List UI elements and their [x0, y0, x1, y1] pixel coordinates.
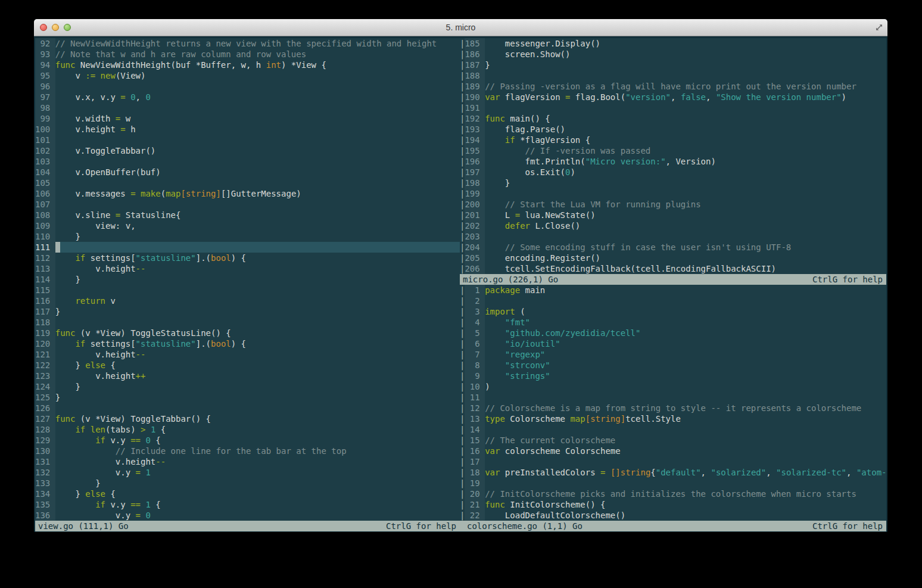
code-line[interactable]: 104 v.OpenBuffer(buf) [35, 167, 460, 178]
code-line[interactable]: | 19 [460, 478, 886, 489]
code-line[interactable]: |204 // Some encoding stuff in case the … [460, 242, 886, 253]
code-line[interactable]: |199 [460, 188, 886, 199]
code-line[interactable]: 122 } else { [35, 360, 460, 371]
line-number: 104 [35, 167, 55, 178]
code-line[interactable]: |200 // Start the Lua VM for running plu… [460, 199, 886, 210]
code-line[interactable]: |191 [460, 102, 886, 113]
code-line[interactable]: 112 if settings["statusline"].(bool) { [35, 253, 460, 263]
code-line[interactable]: 118 [35, 317, 460, 328]
code-line[interactable]: | 20 // InitColorscheme picks and initia… [460, 489, 886, 499]
code-line[interactable]: |203 [460, 231, 886, 242]
code-line[interactable]: | 12 // Colorscheme is a map from string… [460, 403, 886, 413]
code-line[interactable]: 115 [35, 285, 460, 295]
code-line[interactable]: 130 // Include one line for the tab bar … [35, 446, 460, 456]
code-line[interactable]: | 9 "strings" [460, 371, 886, 381]
code-line[interactable]: 106 v.messages = make(map[string][]Gutte… [35, 188, 460, 199]
code-line[interactable]: |201 L = lua.NewState() [460, 210, 886, 220]
code-line[interactable]: 96 [35, 81, 460, 92]
code-line[interactable]: | 17 [460, 456, 886, 467]
code-line[interactable]: |205 encoding.Register() [460, 253, 886, 263]
fullscreen-icon[interactable] [875, 23, 883, 32]
code-line[interactable]: 94 func NewViewWidthHeight(buf *Buffer, … [35, 60, 460, 70]
code-line[interactable]: |190 var flagVersion = flag.Bool("versio… [460, 92, 886, 102]
code-line[interactable]: | 22 LoadDefaultColorscheme() [460, 510, 886, 521]
code-line[interactable]: 103 [35, 156, 460, 167]
code-line[interactable]: | 14 [460, 424, 886, 435]
code-line[interactable]: | 11 [460, 392, 886, 403]
code-line[interactable]: 124 } [35, 381, 460, 392]
code-line[interactable]: 136 v.y = 0 [35, 510, 460, 521]
colorscheme-go-code[interactable]: | 1 package main| 2 | 3 import (| 4 "fmt… [460, 285, 886, 521]
code-line[interactable]: |193 flag.Parse() [460, 124, 886, 135]
split-divider: | [460, 338, 465, 349]
code-line[interactable]: 95 v := new(View) [35, 70, 460, 81]
code-line[interactable]: 117 } [35, 306, 460, 317]
code-line[interactable]: 107 [35, 199, 460, 210]
code-line[interactable]: 110 } [35, 231, 460, 242]
code-line[interactable]: | 8 "strconv" [460, 360, 886, 371]
code-text: if settings["statusline"].(bool) { [55, 253, 246, 263]
code-line[interactable]: | 7 "regexp" [460, 349, 886, 360]
code-line[interactable]: 129 if v.y == 0 { [35, 435, 460, 446]
code-line[interactable]: 128 if len(tabs) > 1 { [35, 424, 460, 435]
code-line[interactable]: 121 v.height-- [35, 349, 460, 360]
code-line[interactable]: 114 } [35, 274, 460, 285]
micro-go-code[interactable]: |185 messenger.Display()|186 screen.Show… [460, 38, 886, 274]
code-line[interactable]: | 1 package main [460, 285, 886, 295]
code-line[interactable]: | 21 func InitColorscheme() { [460, 499, 886, 510]
code-line[interactable]: 133 } [35, 478, 460, 489]
code-line[interactable]: 119 func (v *View) ToggleStatusLine() { [35, 328, 460, 338]
code-line[interactable]: | 6 "io/ioutil" [460, 338, 886, 349]
view-go-code[interactable]: 92 // NewViewWidthHeight returns a new v… [35, 38, 460, 521]
code-line[interactable]: 132 v.y = 1 [35, 467, 460, 478]
code-line[interactable]: 100 v.height = h [35, 124, 460, 135]
code-line[interactable]: 105 [35, 178, 460, 188]
code-line[interactable]: 111 [35, 242, 460, 253]
code-line[interactable]: 113 v.height-- [35, 263, 460, 274]
code-line[interactable]: 97 v.x, v.y = 0, 0 [35, 92, 460, 102]
code-line[interactable]: 116 return v [35, 295, 460, 306]
code-line[interactable]: 109 view: v, [35, 220, 460, 231]
code-line[interactable]: 98 [35, 102, 460, 113]
code-line[interactable]: 123 v.height++ [35, 371, 460, 381]
code-line[interactable]: 93 // Note that w and h are raw column a… [35, 49, 460, 60]
code-line[interactable]: |197 os.Exit(0) [460, 167, 886, 178]
code-line[interactable]: | 15 // The current colorscheme [460, 435, 886, 446]
code-line[interactable]: | 3 import ( [460, 306, 886, 317]
code-line[interactable]: 120 if settings["statusline"].(bool) { [35, 338, 460, 349]
code-line[interactable]: |186 screen.Show() [460, 49, 886, 60]
code-line[interactable]: |206 tcell.SetEncodingFallback(tcell.Enc… [460, 263, 886, 274]
code-line[interactable]: |188 [460, 70, 886, 81]
code-line[interactable]: 126 [35, 403, 460, 413]
code-line[interactable]: 135 if v.y == 1 { [35, 499, 460, 510]
code-line[interactable]: |202 defer L.Close() [460, 220, 886, 231]
code-line[interactable]: 131 v.height-- [35, 456, 460, 467]
code-line[interactable]: |185 messenger.Display() [460, 38, 886, 49]
code-line[interactable]: |187 } [460, 60, 886, 70]
pane-view-go[interactable]: 92 // NewViewWidthHeight returns a new v… [35, 38, 460, 531]
code-line[interactable]: | 5 "github.com/zyedidia/tcell" [460, 328, 886, 338]
code-line[interactable]: 134 } else { [35, 489, 460, 499]
code-line[interactable]: |198 } [460, 178, 886, 188]
code-line[interactable]: 99 v.width = w [35, 113, 460, 124]
code-line[interactable]: 102 v.ToggleTabbar() [35, 145, 460, 156]
code-line[interactable]: | 2 [460, 295, 886, 306]
code-line[interactable]: |192 func main() { [460, 113, 886, 124]
split-divider: | [460, 70, 465, 81]
code-text: func (v *View) ToggleTabbar() { [55, 413, 211, 424]
code-line[interactable]: |189 // Passing -version as a flag will … [460, 81, 886, 92]
code-line[interactable]: | 16 var colorscheme Colorscheme [460, 446, 886, 456]
code-line[interactable]: |194 if *flagVersion { [460, 135, 886, 145]
titlebar[interactable]: 5. micro [34, 19, 887, 36]
code-line[interactable]: 125 } [35, 392, 460, 403]
code-line[interactable]: 127 func (v *View) ToggleTabbar() { [35, 413, 460, 424]
code-line[interactable]: | 18 var preInstalledColors = []string{"… [460, 467, 886, 478]
code-line[interactable]: 92 // NewViewWidthHeight returns a new v… [35, 38, 460, 49]
code-line[interactable]: | 4 "fmt" [460, 317, 886, 328]
code-line[interactable]: |195 // If -version was passed [460, 145, 886, 156]
code-line[interactable]: 101 [35, 135, 460, 145]
code-line[interactable]: |196 fmt.Println("Micro version:", Versi… [460, 156, 886, 167]
code-line[interactable]: | 13 type Colorscheme map[string]tcell.S… [460, 413, 886, 424]
code-line[interactable]: 108 v.sline = Statusline{ [35, 210, 460, 220]
code-line[interactable]: | 10 ) [460, 381, 886, 392]
